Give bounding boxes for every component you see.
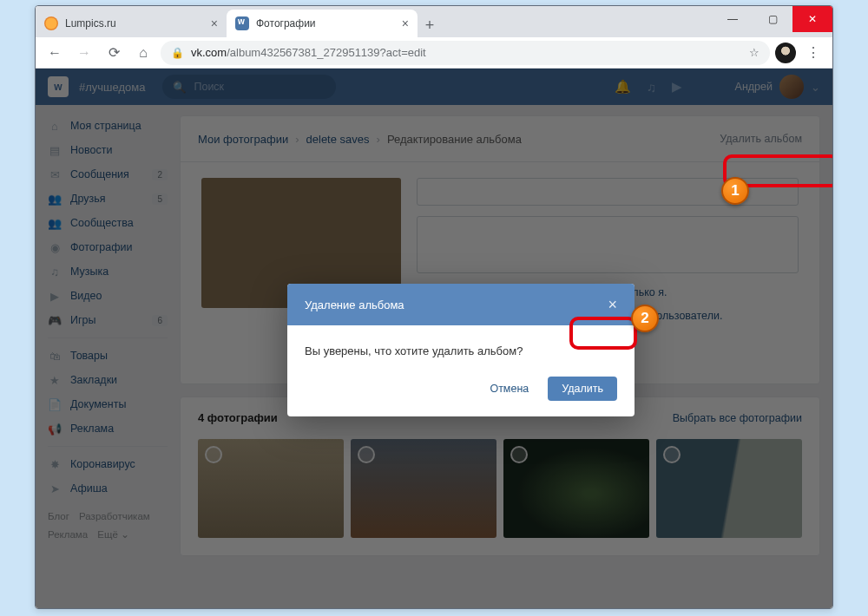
omnibox[interactable]: 🔒 vk.com/album432567381_272951139?act=ed… [161, 41, 770, 65]
forward-button[interactable]: → [72, 41, 96, 65]
favicon-lumpics-icon [44, 16, 58, 30]
favicon-vk-icon [235, 16, 249, 30]
address-bar: ← → ⟳ ⌂ 🔒 vk.com/album432567381_27295113… [36, 37, 832, 69]
lock-icon: 🔒 [171, 47, 184, 59]
tab-close-icon[interactable]: × [402, 16, 409, 30]
window-controls: — ▢ ✕ [713, 6, 832, 32]
new-tab-button[interactable]: + [418, 13, 442, 37]
tab-title: Фотографии [256, 17, 316, 29]
browser-window: Lumpics.ru × Фотографии × + — ▢ ✕ ← → ⟳ … [35, 5, 833, 609]
vk-app: w #лучшедома 🔍 Поиск 🔔 ♫ ▶ Андрей ⌄ ⌂Моя… [36, 69, 832, 608]
annotation-number-1: 1 [721, 177, 749, 205]
annotation-box-2 [569, 317, 637, 350]
chrome-menu-button[interactable]: ⋮ [801, 41, 825, 65]
url-path: /album432567381_272951139?act=edit [227, 46, 426, 59]
tab-vk-photos[interactable]: Фотографии × [227, 10, 418, 37]
tab-strip: Lumpics.ru × Фотографии × + — ▢ ✕ [36, 6, 832, 37]
annotation-number-2: 2 [631, 305, 659, 332]
cancel-button[interactable]: Отмена [479, 377, 539, 401]
home-button[interactable]: ⌂ [131, 41, 155, 65]
modal-title: Удаление альбома [305, 298, 404, 311]
delete-album-modal: Удаление альбома × Вы уверены, что хотит… [287, 284, 635, 416]
profile-avatar-icon[interactable] [775, 43, 796, 63]
tab-lumpics[interactable]: Lumpics.ru × [36, 10, 227, 37]
tab-title: Lumpics.ru [65, 17, 116, 29]
reload-button[interactable]: ⟳ [102, 41, 126, 65]
close-icon[interactable]: × [608, 296, 617, 314]
back-button[interactable]: ← [43, 41, 67, 65]
close-window-button[interactable]: ✕ [792, 6, 832, 32]
confirm-delete-button[interactable]: Удалить [548, 377, 617, 401]
tab-close-icon[interactable]: × [211, 16, 218, 30]
url-domain: vk.com [191, 46, 227, 59]
bookmark-star-icon[interactable]: ☆ [749, 46, 760, 59]
maximize-button[interactable]: ▢ [753, 6, 792, 32]
minimize-button[interactable]: — [713, 6, 753, 32]
